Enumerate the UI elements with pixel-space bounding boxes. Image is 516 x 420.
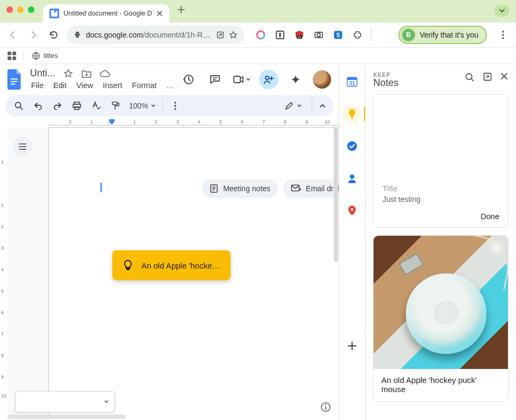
extension-icon[interactable]	[313, 29, 325, 41]
menu-bar: File Edit View Insert Format …	[30, 80, 174, 91]
chip-meeting-notes[interactable]: Meeting notes	[202, 179, 278, 198]
pin-icon[interactable]	[490, 241, 503, 254]
bookmark-star-icon[interactable]	[229, 31, 238, 39]
note-caption: An old Apple 'hockey puck' mouse	[374, 369, 508, 401]
svg-point-15	[502, 34, 504, 36]
account-avatar[interactable]	[313, 70, 331, 89]
tasks-addon[interactable]	[342, 136, 362, 156]
menu-view[interactable]: View	[75, 80, 94, 91]
profile-verify-pill[interactable]: B Verify that it's you	[398, 26, 487, 44]
keep-close-icon[interactable]	[500, 72, 508, 83]
note-body-input[interactable]: Just testing	[374, 194, 508, 209]
menu-edit[interactable]: Edit	[52, 80, 68, 91]
document-title[interactable]: Unti...	[30, 68, 55, 79]
meet-icon[interactable]	[232, 70, 252, 89]
maximize-window[interactable]	[28, 6, 34, 13]
svg-rect-28	[112, 102, 117, 105]
menu-more[interactable]: …	[165, 80, 175, 91]
more-tools-icon[interactable]	[167, 98, 183, 114]
status-dropdown[interactable]	[15, 391, 115, 412]
bookmark-item[interactable]: titles	[32, 52, 58, 60]
collapse-toolbar-icon[interactable]	[312, 98, 328, 114]
browser-menu-button[interactable]	[496, 31, 511, 39]
spellcheck-icon[interactable]	[88, 98, 104, 114]
docs-app: Unti... File Edit View Insert Format …	[0, 64, 339, 420]
svg-point-23	[266, 76, 269, 79]
note-done-button[interactable]: Done	[374, 209, 508, 227]
open-external-icon[interactable]	[216, 31, 225, 39]
menu-format[interactable]: Format	[131, 80, 158, 91]
extension-icon[interactable]	[255, 29, 267, 41]
comments-icon[interactable]	[205, 70, 225, 89]
page[interactable]: Meeting notes Email draft An old Apple '…	[48, 127, 339, 420]
redo-icon[interactable]	[49, 98, 66, 114]
back-button[interactable]	[5, 27, 20, 42]
chip-email-draft[interactable]: Email draft	[283, 179, 339, 198]
search-tool-icon[interactable]	[11, 98, 27, 114]
close-tab-icon[interactable]	[156, 10, 163, 17]
extension-icon[interactable]: 91	[293, 29, 305, 41]
svg-rect-42	[351, 118, 353, 119]
tab-overflow-button[interactable]	[494, 5, 510, 17]
address-bar[interactable]: docs.google.com/document/d/1h-R4kKJ...	[67, 26, 244, 44]
apps-button[interactable]	[8, 52, 16, 60]
canvas-scrollbar[interactable]	[334, 127, 338, 262]
side-rail: 31	[339, 64, 365, 420]
cloud-status-icon[interactable]	[99, 68, 110, 79]
extension-icon[interactable]: S	[332, 29, 344, 41]
svg-point-44	[350, 175, 354, 179]
keep-note-card[interactable]: An old Apple 'hockey puck' mouse	[373, 235, 508, 402]
svg-rect-18	[10, 78, 17, 79]
zoom-select[interactable]: 100%	[127, 102, 158, 110]
horizontal-scrollbar[interactable]	[8, 415, 126, 419]
calendar-addon[interactable]: 31	[342, 72, 362, 91]
svg-rect-20	[10, 84, 15, 85]
svg-rect-39	[347, 77, 357, 80]
move-icon[interactable]	[81, 68, 92, 79]
new-tab-button[interactable]	[174, 4, 189, 19]
keep-open-icon[interactable]	[483, 72, 492, 83]
menu-insert[interactable]: Insert	[102, 80, 123, 91]
mail-icon	[291, 184, 302, 193]
undo-icon[interactable]	[30, 98, 46, 114]
get-addons[interactable]	[342, 336, 362, 356]
note-title-input[interactable]: Title	[374, 178, 508, 194]
outline-toggle[interactable]	[13, 137, 32, 156]
star-icon[interactable]	[63, 68, 74, 79]
keep-title: Notes	[373, 77, 398, 89]
reload-button[interactable]	[46, 27, 61, 42]
docs-logo[interactable]	[4, 69, 26, 90]
maps-addon[interactable]	[342, 201, 362, 220]
ruler-vertical[interactable]: 1 1 2 3 4 5 6 7 8 9 10	[0, 127, 8, 420]
doc-icon	[209, 184, 219, 193]
menu-file[interactable]: File	[30, 80, 45, 91]
keep-drag-tooltip[interactable]: An old Apple 'hockey …	[112, 250, 231, 280]
svg-point-24	[16, 103, 21, 108]
ruler-horizontal[interactable]: 2 1 1 2 3 4 5 6 7 8 9 10 1	[8, 119, 339, 127]
contacts-addon[interactable]	[342, 169, 362, 188]
keep-body: Title Just testing Done An old Apple 'ho…	[366, 92, 516, 420]
explore-icon[interactable]	[320, 402, 331, 412]
svg-rect-41	[350, 117, 354, 118]
extension-icon[interactable]	[274, 29, 286, 41]
forward-button[interactable]	[26, 27, 41, 42]
svg-rect-2	[76, 35, 79, 38]
editing-mode[interactable]	[281, 99, 306, 112]
paint-format-icon[interactable]	[108, 98, 124, 114]
gemini-icon[interactable]	[286, 70, 305, 89]
minimize-window[interactable]	[17, 6, 24, 13]
svg-point-43	[347, 141, 357, 151]
print-icon[interactable]	[69, 98, 85, 114]
close-window[interactable]	[6, 6, 13, 13]
keep-note-editor[interactable]: Title Just testing Done	[373, 94, 508, 228]
browser-tab[interactable]: Untitled document - Google D	[43, 4, 169, 23]
share-button[interactable]	[259, 70, 278, 89]
window-controls	[6, 6, 34, 16]
keep-addon[interactable]	[342, 104, 362, 124]
profile-initial: B	[402, 28, 415, 42]
extensions-menu-icon[interactable]	[352, 29, 363, 41]
keep-search-icon[interactable]	[464, 72, 475, 83]
globe-icon	[32, 52, 40, 60]
history-icon[interactable]	[178, 70, 198, 89]
svg-rect-22	[234, 76, 240, 83]
